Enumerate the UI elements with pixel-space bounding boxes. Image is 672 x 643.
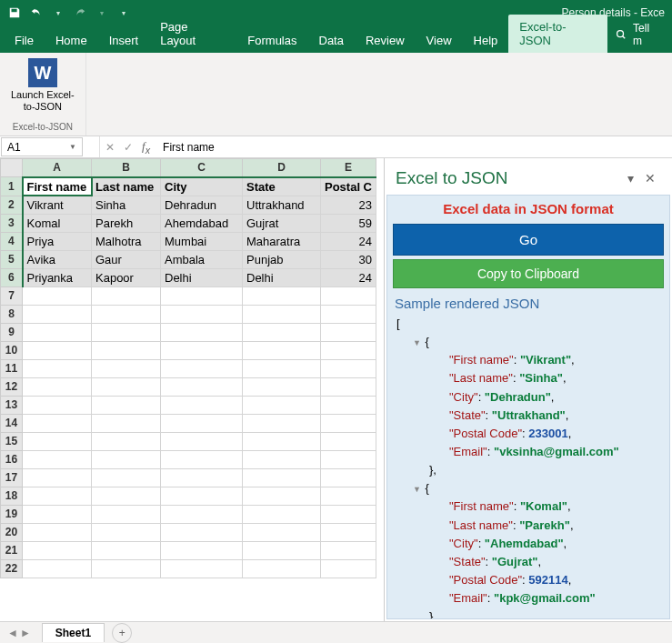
cell-E6[interactable]: 24	[321, 268, 376, 286]
cell-A20[interactable]	[23, 523, 92, 541]
cell-B5[interactable]: Gaur	[92, 250, 161, 268]
cell-A17[interactable]	[23, 468, 92, 487]
cell-D11[interactable]	[243, 359, 321, 377]
cell-D7[interactable]	[243, 286, 321, 305]
cell-A2[interactable]: Vikrant	[23, 196, 92, 214]
row-header-22[interactable]: 22	[1, 559, 23, 578]
cell-B1[interactable]: Last name	[92, 177, 161, 196]
save-icon[interactable]	[7, 5, 22, 20]
row-header-16[interactable]: 16	[1, 450, 23, 468]
cell-E22[interactable]	[321, 559, 376, 578]
cell-C9[interactable]	[161, 323, 243, 341]
cell-A1[interactable]: First name	[23, 177, 92, 196]
cell-C18[interactable]	[161, 487, 243, 505]
undo-icon[interactable]	[29, 5, 44, 20]
tell-me-search[interactable]: Tell m	[607, 16, 668, 53]
cell-E1[interactable]: Postal C	[321, 177, 376, 196]
cell-C21[interactable]	[161, 541, 243, 559]
row-header-17[interactable]: 17	[1, 468, 23, 487]
cell-E12[interactable]	[321, 377, 376, 396]
cell-E8[interactable]	[321, 305, 376, 323]
cell-D19[interactable]	[243, 505, 321, 523]
row-header-9[interactable]: 9	[1, 323, 23, 341]
cell-D1[interactable]: State	[243, 177, 321, 196]
cell-E5[interactable]: 30	[321, 250, 376, 268]
cell-A5[interactable]: Avika	[23, 250, 92, 268]
col-header-A[interactable]: A	[23, 159, 92, 177]
row-header-14[interactable]: 14	[1, 414, 23, 432]
cell-D22[interactable]	[243, 559, 321, 578]
cell-A12[interactable]	[23, 377, 92, 396]
cell-D8[interactable]	[243, 305, 321, 323]
cell-B20[interactable]	[92, 523, 161, 541]
cancel-formula-icon[interactable]: ✕	[105, 141, 115, 154]
cell-B8[interactable]	[92, 305, 161, 323]
cell-E21[interactable]	[321, 541, 376, 559]
cell-A10[interactable]	[23, 341, 92, 359]
cell-E4[interactable]: 24	[321, 232, 376, 250]
row-header-6[interactable]: 6	[1, 268, 23, 286]
cell-B4[interactable]: Malhotra	[92, 232, 161, 250]
row-header-13[interactable]: 13	[1, 396, 23, 414]
cell-A8[interactable]	[23, 305, 92, 323]
cell-D13[interactable]	[243, 396, 321, 414]
cell-C5[interactable]: Ambala	[161, 250, 243, 268]
cell-B2[interactable]: Sinha	[92, 196, 161, 214]
row-header-12[interactable]: 12	[1, 377, 23, 396]
cell-D4[interactable]: Maharatra	[243, 232, 321, 250]
cell-E19[interactable]	[321, 505, 376, 523]
cell-A9[interactable]	[23, 323, 92, 341]
cell-B15[interactable]	[92, 432, 161, 450]
cell-D9[interactable]	[243, 323, 321, 341]
col-header-B[interactable]: B	[92, 159, 161, 177]
ribbon-tab-view[interactable]: View	[416, 28, 463, 53]
col-header-D[interactable]: D	[243, 159, 321, 177]
cell-A13[interactable]	[23, 396, 92, 414]
redo-icon[interactable]	[73, 5, 87, 20]
cell-B6[interactable]: Kapoor	[92, 268, 161, 286]
pane-close-icon[interactable]: ✕	[639, 167, 661, 189]
cell-B19[interactable]	[92, 505, 161, 523]
ribbon-tab-data[interactable]: Data	[308, 28, 355, 53]
row-header-19[interactable]: 19	[1, 505, 23, 523]
cell-C17[interactable]	[161, 468, 243, 487]
row-header-3[interactable]: 3	[1, 214, 23, 232]
cell-B17[interactable]	[92, 468, 161, 487]
row-header-1[interactable]: 1	[1, 177, 23, 196]
row-header-18[interactable]: 18	[1, 487, 23, 505]
cell-D12[interactable]	[243, 377, 321, 396]
cell-A16[interactable]	[23, 450, 92, 468]
cell-C22[interactable]	[161, 559, 243, 578]
cell-E13[interactable]	[321, 396, 376, 414]
cell-E7[interactable]	[321, 286, 376, 305]
cell-C7[interactable]	[161, 286, 243, 305]
cell-B12[interactable]	[92, 377, 161, 396]
go-button[interactable]: Go	[393, 224, 664, 256]
cell-D3[interactable]: Gujrat	[243, 214, 321, 232]
cell-C10[interactable]	[161, 341, 243, 359]
sheet-nav-prev-icon[interactable]: ◄	[7, 627, 18, 639]
qat-customize-icon[interactable]: ▾	[116, 5, 131, 20]
row-header-7[interactable]: 7	[1, 286, 23, 305]
cell-D15[interactable]	[243, 432, 321, 450]
cell-B14[interactable]	[92, 414, 161, 432]
name-box-dropdown-icon[interactable]: ▼	[69, 143, 76, 151]
copy-to-clipboard-button[interactable]: Copy to Clipboard	[393, 259, 664, 288]
accept-formula-icon[interactable]: ✓	[124, 141, 133, 154]
row-header-11[interactable]: 11	[1, 359, 23, 377]
cell-A21[interactable]	[23, 541, 92, 559]
cell-C8[interactable]	[161, 305, 243, 323]
cell-C15[interactable]	[161, 432, 243, 450]
cell-C14[interactable]	[161, 414, 243, 432]
spreadsheet-grid[interactable]: ABCDE1First nameLast nameCityStatePostal…	[0, 158, 384, 621]
cell-D2[interactable]: Uttrakhand	[243, 196, 321, 214]
ribbon-tab-file[interactable]: File	[4, 28, 45, 53]
ribbon-tab-excel-to-json[interactable]: Excel-to-JSON	[508, 15, 607, 53]
row-header-10[interactable]: 10	[1, 341, 23, 359]
cell-D5[interactable]: Punjab	[243, 250, 321, 268]
ribbon-tab-formulas[interactable]: Formulas	[236, 28, 307, 53]
sheet-tab-active[interactable]: Sheet1	[42, 623, 105, 642]
cell-D6[interactable]: Delhi	[243, 268, 321, 286]
row-header-15[interactable]: 15	[1, 432, 23, 450]
cell-A7[interactable]	[23, 286, 92, 305]
